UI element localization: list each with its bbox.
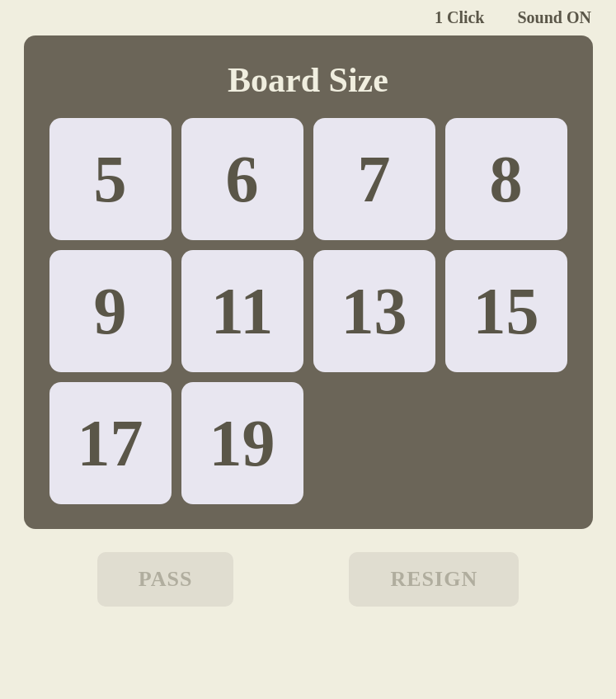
board-size-grid: 5 6 7 8 9 11 13 15 xyxy=(49,118,567,504)
main-panel: Board Size 5 6 7 8 9 11 xyxy=(24,35,593,529)
resign-button[interactable]: RESIGN xyxy=(349,552,519,607)
size-option-15[interactable]: 15 xyxy=(445,250,567,372)
sound-toggle-label[interactable]: Sound ON xyxy=(518,8,592,27)
panel-title: Board Size xyxy=(228,60,388,100)
pass-button[interactable]: PASS xyxy=(97,552,234,607)
grid-row-1: 5 6 7 8 xyxy=(49,118,567,240)
top-bar: 1 Click Sound ON xyxy=(0,0,616,35)
size-option-8[interactable]: 8 xyxy=(445,118,567,240)
bottom-buttons: PASS RESIGN xyxy=(0,552,616,607)
size-option-19[interactable]: 19 xyxy=(181,382,303,504)
click-mode-label[interactable]: 1 Click xyxy=(435,8,485,27)
size-option-13[interactable]: 13 xyxy=(313,250,435,372)
size-option-7[interactable]: 7 xyxy=(313,118,435,240)
size-option-6[interactable]: 6 xyxy=(181,118,303,240)
size-option-17[interactable]: 17 xyxy=(49,382,172,504)
size-option-9[interactable]: 9 xyxy=(49,250,172,372)
size-option-5[interactable]: 5 xyxy=(49,118,172,240)
grid-row-3: 17 19 xyxy=(49,382,303,504)
grid-row-2: 9 11 13 15 xyxy=(49,250,567,372)
size-option-11[interactable]: 11 xyxy=(181,250,303,372)
